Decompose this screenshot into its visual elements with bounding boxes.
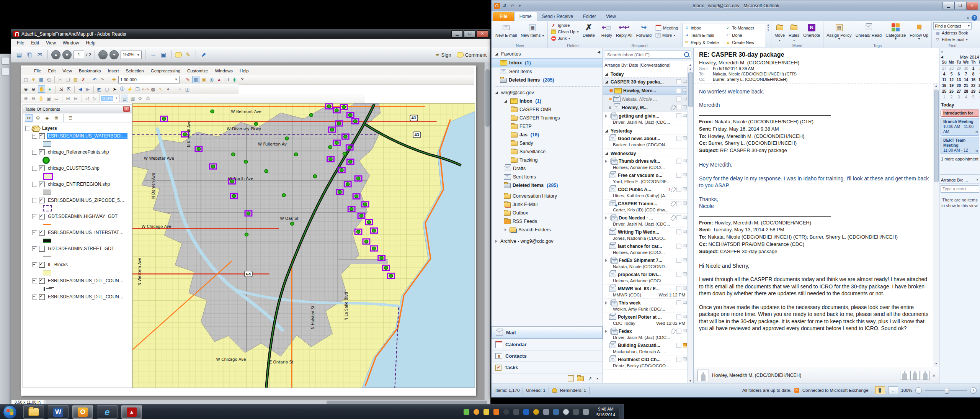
message-item[interactable]: getting and givin...Driver, Jasiri M. (J… xyxy=(603,112,688,126)
folder-item-casper-trainings[interactable]: CASPER Trainings xyxy=(492,114,603,122)
paste-icon[interactable]: ▧ xyxy=(72,76,79,83)
tab-file[interactable]: File xyxy=(493,12,514,21)
find-contact-input[interactable]: Find a Contact▼ xyxy=(933,22,972,29)
point-symbol-swatch[interactable] xyxy=(43,157,49,164)
follow-up-flag-icon[interactable] xyxy=(683,258,687,263)
calendar-day[interactable]: 3 xyxy=(955,94,962,100)
folder-item-drafts[interactable]: Drafts xyxy=(492,164,603,173)
scroll-up-icon[interactable]: ▲ xyxy=(933,83,939,88)
zoom-level-select[interactable]: 150%▼ xyxy=(121,51,142,59)
calendar-day[interactable]: 9 xyxy=(977,71,980,77)
message-item[interactable]: last chance for car...Holmes, Adrianne (… xyxy=(603,242,688,256)
arcmap-menu-windows[interactable]: Windows xyxy=(212,68,236,74)
category-box[interactable] xyxy=(676,300,681,305)
tab-send-receive[interactable]: Send / Receive xyxy=(537,12,578,21)
assign-policy-button[interactable]: ▤ Assign Policy▼ xyxy=(825,22,853,41)
message-item[interactable]: Building Evacuati...Mcclanahan, Deborah … xyxy=(603,341,688,355)
category-box[interactable] xyxy=(676,97,681,101)
back-extent-icon[interactable]: ◀ xyxy=(77,86,83,92)
table-icon[interactable]: ▦ xyxy=(192,76,199,83)
notes-icon[interactable] xyxy=(568,375,574,381)
zip-symbol-swatch[interactable] xyxy=(43,205,52,211)
catalog-icon[interactable]: ▣ xyxy=(201,76,207,83)
follow-up-flag-icon[interactable] xyxy=(683,329,687,334)
toc-root-layers[interactable]: Layers xyxy=(25,124,132,132)
quick-step-reply-delete[interactable]: ✉Reply & Delete xyxy=(684,39,725,46)
recipient-avatar[interactable] xyxy=(921,371,930,380)
follow-up-flag-icon[interactable] xyxy=(683,272,687,277)
toolbox-icon[interactable]: ▲ xyxy=(216,76,222,83)
category-box[interactable] xyxy=(676,244,681,249)
arcmap-menu-selection[interactable]: Selection xyxy=(122,68,147,74)
folder-item-inbox[interactable]: Inbox(1) xyxy=(492,58,603,67)
message-cc[interactable]: Burrer, Sherry L. (CDC/ONDIEH/NCEH) xyxy=(713,77,787,82)
calendar-day[interactable]: 23 xyxy=(977,83,980,88)
model-icon[interactable]: ⧫ xyxy=(231,76,238,83)
tray-icon-12[interactable] xyxy=(583,409,589,415)
layer-name[interactable]: chicago_CLUSTERS.shp xyxy=(47,165,101,171)
taskbar-explorer-button[interactable] xyxy=(23,405,44,419)
layer-visibility-checkbox[interactable] xyxy=(39,182,45,187)
arcmap-menu-bookmarks[interactable]: Bookmarks xyxy=(76,68,104,74)
restore-button[interactable]: ❐ xyxy=(954,2,966,10)
quick-step-to-manager[interactable]: ✓To Manager xyxy=(725,24,764,31)
toc-expand-icon[interactable] xyxy=(32,295,37,300)
minimize-ribbon-icon[interactable]: ∧ xyxy=(967,16,969,20)
layer-name[interactable]: GDT.SDEADMIN.STREET_GDT xyxy=(47,246,115,252)
calendar-day[interactable]: 8 xyxy=(970,71,977,77)
toc-layer-item[interactable]: GDT.SDEADMIN.HIGHWAY_GDT xyxy=(25,213,132,220)
expand-icon[interactable] xyxy=(505,228,506,231)
expand-icon[interactable] xyxy=(504,100,507,103)
folder-item-conversation-history[interactable]: Conversation History xyxy=(492,192,603,200)
fullscreen-icon[interactable]: ⬈ xyxy=(199,51,208,59)
message-item[interactable]: Writing Tip Wedn...Jones, Nadonnia (CDC/… xyxy=(603,228,688,242)
toc-layer-item[interactable]: chicago_ENTIREREGION.shp xyxy=(25,180,132,188)
toc-layer-item[interactable]: ESRI.SDEADMIN.US_ZIPCODE_5DIGIT xyxy=(25,196,132,204)
quick-steps-up-icon[interactable]: ▲ xyxy=(767,23,769,26)
category-box[interactable] xyxy=(676,357,681,362)
sticky-note-icon[interactable] xyxy=(175,52,182,57)
layer-name[interactable]: GDT.SDEADMIN.HIGHWAY_GDT xyxy=(47,213,119,219)
layer-name[interactable]: chicago_ENTIREREGION.shp xyxy=(47,181,111,187)
expand-icon[interactable] xyxy=(605,115,607,118)
toc-layer-item[interactable]: ESRI.SDEADMIN.US_INTERSTATE_HIGHW xyxy=(25,229,132,236)
message-item[interactable]: CDC Public A...!Hines, Kathleen (Kathy) … xyxy=(603,185,688,200)
quick-step-create-new[interactable]: ▲Create New xyxy=(725,39,764,46)
more-appointments-link[interactable]: 1 more appointment xyxy=(939,155,980,163)
tab-view[interactable]: View xyxy=(601,12,621,21)
zoom-slider[interactable] xyxy=(925,390,967,391)
folder-item-jas[interactable]: Jas(16) xyxy=(492,131,603,139)
fit-width-icon[interactable]: ⇔ xyxy=(149,51,157,59)
message-item[interactable]: FedEx Shipment 7...Nakata, Nicole (CDC/O… xyxy=(603,256,688,270)
quick-step-done[interactable]: ↩Done xyxy=(725,31,764,39)
layout-forward-icon[interactable]: ▷ xyxy=(91,95,98,101)
category-box[interactable] xyxy=(676,88,681,93)
category-box[interactable] xyxy=(676,105,681,110)
calendar-day[interactable]: 28 xyxy=(948,65,955,71)
follow-up-flag-icon[interactable] xyxy=(683,244,687,249)
toc-expand-icon[interactable] xyxy=(32,214,37,219)
print-icon[interactable]: ⎗ xyxy=(25,51,34,59)
outlook-title-bar[interactable]: O ⇵ ↶ ▼ Inbox - wng9@cdc.gov - Microsoft… xyxy=(492,0,980,11)
tab-home[interactable]: Home xyxy=(514,12,537,21)
folder-item-surveillance[interactable]: Surveillance xyxy=(492,147,603,156)
follow-up-flag-icon[interactable] xyxy=(683,114,687,118)
arrange-by-header[interactable]: Arrange By: Date (Conversations)▲ xyxy=(603,61,693,69)
layout-toggle-icon[interactable]: ▤ xyxy=(121,95,128,102)
junk-button[interactable]: ⛔Junk ▼ xyxy=(549,35,580,41)
calendar-day[interactable]: 25 xyxy=(941,88,948,94)
nav-tasks-button[interactable]: ✓Tasks xyxy=(492,362,603,373)
new-email-button[interactable]: New E-mail xyxy=(494,22,518,38)
category-box[interactable] xyxy=(676,215,681,220)
layer-visibility-checkbox[interactable] xyxy=(39,149,45,155)
follow-up-flag-icon[interactable] xyxy=(683,159,687,164)
arcmap-menu-geoprocessing[interactable]: Geoprocessing xyxy=(148,68,183,74)
layout-back-icon[interactable]: ◁ xyxy=(84,95,90,101)
folder-item-search-folders[interactable]: Search Folders xyxy=(492,226,603,234)
delete-icon[interactable]: ✗ xyxy=(80,76,87,83)
message-item[interactable]: FedexDriver, Jasiri M. (Jaz) (CDC... xyxy=(603,327,688,341)
taskbar-clock[interactable]: 9:48 AM 5/16/2014 xyxy=(593,406,619,417)
toc-expand-icon[interactable] xyxy=(32,182,37,187)
toc-layer-item[interactable]: chicago_ReferencePoints.shp xyxy=(25,148,132,156)
toc-layer-item[interactable]: ESRI.SDEADMIN.US_WATERBODIES xyxy=(25,132,132,140)
